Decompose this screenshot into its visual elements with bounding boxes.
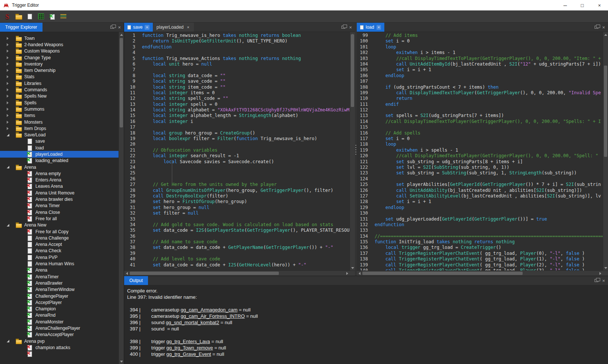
tab-playerLoaded[interactable]: playerLoaded× [153,23,194,32]
maximize-button[interactable]: □ [574,0,591,10]
tree-item[interactable]: AcceptPlayer [0,299,119,306]
tree-item[interactable]: Change Type [0,54,119,61]
collapsed-arrow-icon[interactable] [7,43,9,46]
tree-item[interactable]: Town [0,35,119,41]
explorer-header-tab[interactable]: Trigger Explorer [0,23,42,32]
collapsed-arrow-icon[interactable] [7,50,9,53]
close-button[interactable]: × [591,0,608,10]
tree-item[interactable]: Free for all [0,215,119,222]
tree-item[interactable]: ArenaTimerWindow [0,287,119,293]
open-folder-button[interactable] [13,12,23,22]
tree-item[interactable]: Custom Weapons [0,48,119,54]
close-panel-icon[interactable]: × [602,278,605,283]
s-logo-button[interactable] [2,12,12,22]
tree-item[interactable]: Enters Arena [0,177,119,183]
output-tab[interactable]: Output [124,276,148,285]
float-panel-icon[interactable] [595,26,598,29]
close-panel-icon[interactable]: × [349,25,352,30]
tree-item[interactable]: Arena Challenge [0,235,119,241]
tree-item[interactable]: Arena Human Wins [0,260,119,267]
tree-item[interactable]: Libraries [0,80,119,86]
collapsed-arrow-icon[interactable] [7,108,9,111]
collapsed-arrow-icon[interactable] [7,37,9,40]
scroll-down-button[interactable] [603,265,608,270]
tree-item[interactable]: Item Ownership [0,67,119,73]
expanded-arrow-icon[interactable] [7,224,9,227]
tree-item[interactable]: ArenaMonster [0,319,119,325]
tree-item[interactable]: Stats [0,74,119,80]
scrollbar-thumb[interactable] [120,38,123,127]
scrollbar-thumb[interactable] [604,66,607,157]
collapsed-arrow-icon[interactable] [7,121,9,124]
close-panel-icon[interactable]: × [118,25,121,30]
scroll-up-button[interactable] [119,32,124,37]
code-editor-save[interactable]: 1function Trig_newsave_is_hero takes not… [124,32,350,270]
collapsed-arrow-icon[interactable] [7,69,9,72]
tree-item[interactable]: Leaves Arena [0,183,119,190]
editor-horizontal-scrollbar[interactable] [357,270,608,276]
new-file-button[interactable] [25,12,35,22]
tree-item[interactable]: Monsters [0,119,119,125]
tree-item[interactable]: Spells [0,99,119,106]
tree-item[interactable]: Arena PVP [0,254,119,260]
tree-item[interactable]: loading_enabled [0,158,119,164]
tree-item[interactable]: Arena [0,164,119,170]
collapsed-arrow-icon[interactable] [7,56,9,59]
code-editor-load[interactable]: 99 // Add items100 set i = 0101 loop102 … [357,32,603,270]
float-panel-icon[interactable] [110,26,114,29]
tab-close-icon[interactable]: × [186,25,190,30]
collapsed-arrow-icon[interactable] [7,101,9,104]
expanded-arrow-icon[interactable] [7,340,9,342]
tree-item[interactable]: Free for all Copy [0,228,119,235]
expanded-arrow-icon[interactable] [7,134,9,136]
tree-item[interactable]: Commands [0,86,119,93]
tree-item[interactable]: Arena Timer [0,203,119,209]
close-panel-icon[interactable]: × [602,25,605,30]
tree-item[interactable]: Item Drops [0,125,119,132]
tab-close-icon[interactable]: × [145,25,149,30]
collapsed-arrow-icon[interactable] [7,114,9,117]
tree-item[interactable]: ArenaBrawler [0,280,119,286]
tab-close-icon[interactable]: × [377,25,381,30]
tree-item[interactable]: Arena Check [0,248,119,254]
tree-item[interactable]: ArenaAcceptPlayer [0,332,119,338]
tree-item[interactable]: Arena Unit Remove [0,190,119,196]
tree-item[interactable]: ChallengePlayer [0,293,119,299]
scrollbar-thumb[interactable] [130,272,279,275]
collapsed-arrow-icon[interactable] [7,127,9,130]
scrollbar-thumb[interactable] [362,272,523,275]
editor-vertical-scrollbar[interactable] [603,32,608,270]
tree-item[interactable]: playerLoaded [0,151,119,157]
green-x-button[interactable] [47,12,57,22]
scroll-up-button[interactable] [603,32,608,37]
scrollbar-thumb[interactable] [351,34,354,107]
scroll-right-button[interactable] [598,271,603,276]
tree-item[interactable]: ArenaRnd [0,312,119,319]
tree-item[interactable]: 2-handed Weapons [0,41,119,48]
minimize-button[interactable]: ─ [557,0,574,10]
tree-item[interactable] [0,351,119,357]
grid-button[interactable] [36,12,46,22]
tree-item[interactable]: Save/Load [0,132,119,138]
tree-item[interactable]: ArenaChallengePlayer [0,325,119,331]
tree-item[interactable]: Arena pvp [0,338,119,344]
script-lines-button[interactable] [58,12,68,22]
scroll-down-button[interactable] [350,265,355,270]
float-panel-icon[interactable] [595,279,598,282]
tab-load[interactable]: load× [357,23,384,32]
scroll-down-button[interactable] [119,359,124,364]
tree-item[interactable]: Arena Close [0,209,119,215]
tree-item[interactable]: Arena [0,267,119,273]
editor-horizontal-scrollbar[interactable] [124,270,355,276]
collapsed-arrow-icon[interactable] [7,88,9,91]
collapsed-arrow-icon[interactable] [7,75,9,78]
collapsed-arrow-icon[interactable] [7,63,9,66]
tree-item[interactable]: load [0,145,119,151]
scroll-left-button[interactable] [357,271,362,276]
float-panel-icon[interactable] [341,26,345,29]
tree-item[interactable]: Items [0,113,119,119]
editor-vertical-scrollbar[interactable] [350,32,355,270]
tree-item[interactable]: ArenaTimer [0,273,119,280]
tree-item[interactable]: Summons [0,106,119,112]
tree-vertical-scrollbar[interactable] [119,32,124,364]
